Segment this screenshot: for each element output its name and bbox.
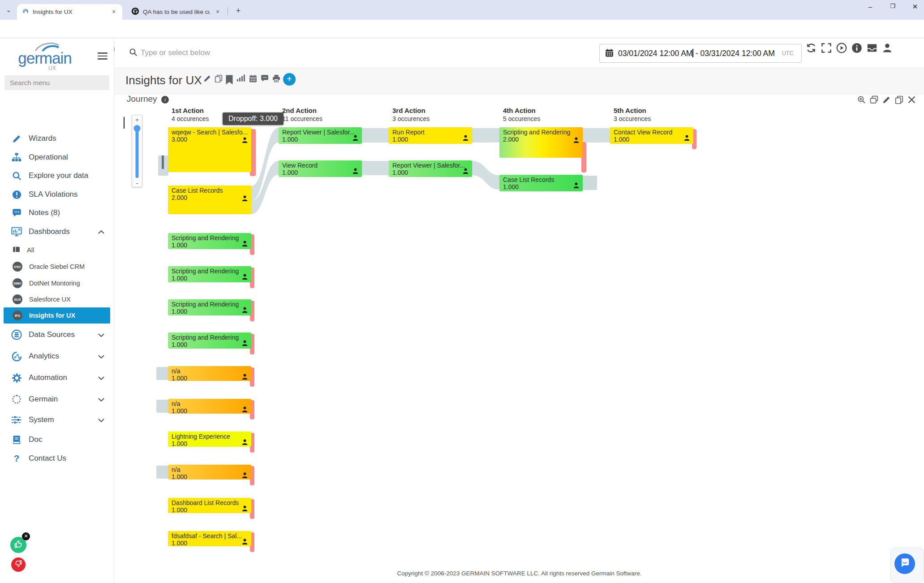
add-button[interactable]: +: [283, 73, 296, 86]
comment-icon[interactable]: [261, 74, 269, 82]
restore-icon[interactable]: [870, 95, 878, 104]
dropoff-strip[interactable]: [250, 301, 254, 321]
sidebar-item-dashboard-salesforce-ux[interactable]: SUX Salesforce UX: [4, 291, 110, 307]
sliders-icon: [11, 415, 22, 425]
dropoff-strip[interactable]: [250, 367, 254, 387]
journey-node[interactable]: Scripting and Rendering1.000: [168, 266, 251, 282]
journey-node[interactable]: View Record1.000: [279, 160, 362, 177]
journey-node[interactable]: Case List Records2.000: [168, 186, 251, 214]
user-icon[interactable]: [882, 43, 893, 53]
journey-node[interactable]: n/a1.000: [168, 366, 251, 381]
sidebar-item-germain[interactable]: Germain: [0, 389, 114, 409]
dropoff-strip[interactable]: [250, 400, 254, 419]
sidebar-item-sla-violations[interactable]: SLA Violations: [0, 186, 114, 203]
sidebar-item-dashboard-dotnet[interactable]: DMO DotNet Montoring: [4, 275, 110, 291]
journey-node[interactable]: Report Viewer | Salesfor...1.000: [389, 160, 472, 177]
info-icon[interactable]: i: [161, 96, 169, 104]
journey-node[interactable]: Case List Records1.000: [499, 175, 583, 191]
chat-button[interactable]: [894, 553, 915, 574]
tab-search-chevron-icon[interactable]: ⌄: [4, 5, 13, 15]
sidebar-item-dashboard-oracle-siebel[interactable]: OSC Oracle Siebel CRM: [4, 259, 110, 275]
journey-node[interactable]: Dashboard List Records1.000: [168, 498, 251, 513]
refresh-icon[interactable]: [806, 43, 817, 53]
sidebar-item-operational[interactable]: Operational: [0, 148, 114, 166]
zoom-in-label[interactable]: +: [132, 117, 142, 123]
thumbs-up-icon: [14, 540, 23, 550]
sidebar-item-contact-us[interactable]: ? Contact Us: [0, 449, 114, 467]
edit-icon[interactable]: [882, 95, 891, 104]
zoom-slider[interactable]: + -: [132, 115, 142, 187]
maximize-button[interactable]: ❒: [889, 3, 896, 11]
sidebar-item-notes[interactable]: Notes (8): [0, 204, 114, 222]
journey-node[interactable]: Scripting and Rendering1.000: [168, 299, 251, 315]
journey-node[interactable]: n/a1.000: [168, 399, 251, 414]
browser-tab-inactive[interactable]: QA has to be used like custome ×: [127, 4, 226, 20]
sidebar-item-wizards[interactable]: Wizards: [0, 130, 114, 147]
copy-icon[interactable]: [215, 74, 223, 82]
sidebar-item-explore[interactable]: Explore your data: [0, 167, 114, 185]
sidebar-item-analytics[interactable]: Analytics: [0, 346, 114, 366]
dropoff-strip[interactable]: [250, 334, 254, 354]
close-icon[interactable]: [907, 95, 916, 104]
hamburger-menu-icon[interactable]: [98, 52, 107, 60]
dropoff-strip[interactable]: [250, 234, 254, 255]
journey-column-header: 1st Action4 occurences: [172, 107, 209, 122]
sidebar-item-dashboard-all[interactable]: All: [4, 242, 110, 258]
journey-node[interactable]: Scripting and Rendering1.000: [168, 333, 251, 349]
info-icon[interactable]: [851, 43, 862, 53]
dropoff-strip[interactable]: [250, 268, 254, 288]
print-icon[interactable]: [272, 74, 280, 82]
tab-close-icon[interactable]: ×: [110, 8, 118, 16]
journey-node[interactable]: n/a1.000: [168, 465, 251, 479]
calendar-icon[interactable]: [249, 74, 257, 82]
sidebar-item-doc[interactable]: Doc: [0, 431, 114, 449]
new-tab-button[interactable]: +: [233, 6, 244, 17]
sidebar-item-dashboards[interactable]: Dashboards: [0, 223, 114, 241]
dropoff-strip[interactable]: [250, 532, 254, 552]
journey-node[interactable]: Lightning Experience1.000: [168, 432, 251, 447]
play-icon[interactable]: [836, 43, 847, 53]
bookmark-icon[interactable]: [225, 74, 233, 82]
fullscreen-icon[interactable]: [821, 43, 832, 53]
dropoff-strip[interactable]: [250, 129, 256, 176]
inbox-icon[interactable]: [867, 43, 877, 53]
journey-node[interactable]: Contact View Record1.000: [610, 127, 693, 144]
slider-track[interactable]: [136, 128, 139, 178]
journey-node[interactable]: Scripting and Rendering2.000: [499, 127, 583, 158]
node-value: 1.000: [168, 341, 251, 348]
minimize-button[interactable]: –: [867, 3, 874, 11]
window-close-button[interactable]: ✕: [911, 3, 919, 11]
sidebar-search-input[interactable]: Search menu: [4, 75, 109, 90]
chart-bars-icon[interactable]: [237, 74, 245, 82]
dropoff-strip[interactable]: [581, 142, 586, 173]
date-range-text[interactable]: 03/01/2024 12:00 AM - 03/31/2024 12:00 A…: [618, 49, 775, 58]
journey-node[interactable]: Scripting and Rendering1.000: [168, 233, 251, 249]
node-value: 1.000: [168, 440, 251, 447]
sidebar-item-dashboard-insights-for-ux[interactable]: IFU Insights for UX: [4, 307, 110, 324]
journey-node[interactable]: fdsafdsaf - Search | Sal...1.000: [168, 531, 251, 546]
slider-handle[interactable]: [134, 125, 141, 132]
dropoff-strip[interactable]: [250, 433, 254, 453]
journey-node[interactable]: Run Report1.000: [389, 127, 472, 144]
browser-tab-active[interactable]: Insights for UX ×: [17, 4, 122, 20]
journey-link-stub: [156, 367, 168, 380]
tab-close-icon[interactable]: ×: [214, 8, 222, 16]
node-label: Lightning Experience: [168, 432, 251, 440]
dropoff-strip[interactable]: [250, 499, 254, 519]
dropoff-strip[interactable]: [250, 466, 254, 485]
dropoff-strip[interactable]: [692, 129, 696, 149]
zoom-out-label[interactable]: -: [132, 180, 142, 186]
sidebar-item-automation[interactable]: Automation: [0, 368, 114, 388]
zoom-in-icon[interactable]: [857, 95, 866, 104]
edit-icon[interactable]: [203, 74, 211, 82]
journey-node[interactable]: Report Viewer | Salesfor...1.000: [279, 127, 362, 144]
sidebar-item-data-sources[interactable]: Data Sources: [0, 325, 114, 345]
dismiss-feedback-icon[interactable]: ✕: [22, 532, 30, 540]
copy-icon[interactable]: [895, 95, 903, 104]
date-range-picker[interactable]: 03/01/2024 12:00 AM - 03/31/2024 12:00 A…: [599, 44, 802, 63]
thumbs-down-button[interactable]: [11, 557, 26, 572]
sidebar-item-system[interactable]: System: [0, 410, 114, 430]
global-search-input[interactable]: Type or select below: [141, 48, 210, 57]
calendar-icon: [605, 48, 614, 59]
journey-node[interactable]: wqeqw - Search | Salesfo...3.000: [168, 127, 251, 172]
